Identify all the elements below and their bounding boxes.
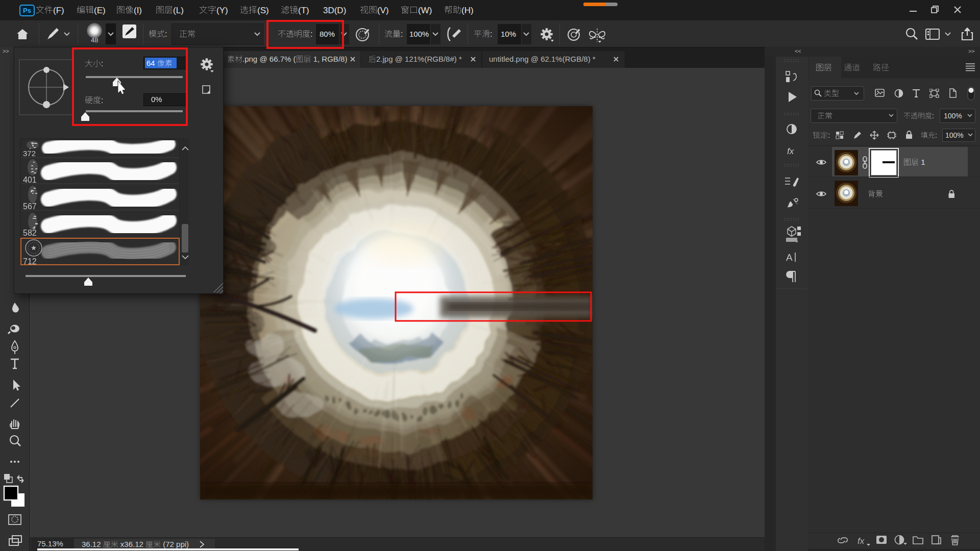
svg-text:<<: << [795,48,801,54]
svg-text:2.jpg @ 121%(RGB/8#) *: 2.jpg @ 121%(RGB/8#) * [376,55,462,63]
svg-text:x36.12: x36.12 [118,540,145,548]
svg-text:(F): (F) [53,6,64,15]
svg-text:(T): (T) [298,6,309,15]
svg-text:1: 1 [919,158,925,166]
svg-text::: : [490,30,492,38]
svg-text:(E): (E) [94,6,106,15]
svg-text:(W): (W) [418,6,432,15]
svg-text:36.12: 36.12 [82,540,103,548]
svg-text:(H): (H) [461,6,474,15]
svg-text:(V): (V) [377,6,389,15]
svg-text:10%: 10% [501,30,516,38]
svg-text:567: 567 [23,202,37,211]
svg-text:untitled.png @ 62.1%(RGB/8) *: untitled.png @ 62.1%(RGB/8) * [489,55,596,63]
svg-text:.png @ 66.7% (: .png @ 66.7% ( [242,55,296,63]
svg-text::: : [932,112,934,120]
svg-text:(I): (I) [134,6,142,15]
svg-text:(Y): (Y) [216,6,228,15]
svg-text::: : [935,131,937,139]
svg-text:372: 372 [23,149,36,158]
svg-text:(S): (S) [257,6,269,15]
svg-text:48: 48 [91,36,99,44]
svg-text::: : [828,131,830,139]
svg-text:100%: 100% [409,30,429,38]
svg-text:100%: 100% [944,112,962,120]
svg-text:582: 582 [23,229,37,237]
svg-text:(72 ppi): (72 ppi) [161,540,189,548]
svg-text:(L): (L) [173,6,184,15]
svg-text:401: 401 [23,176,37,184]
svg-text:3D(D): 3D(D) [323,6,346,15]
svg-text::: : [165,30,167,38]
svg-text:100%: 100% [945,131,964,139]
svg-text:>>: >> [968,48,975,54]
svg-text:75.13%: 75.13% [37,539,63,548]
svg-text:1, RGB/8): 1, RGB/8) [311,55,348,63]
svg-text:712: 712 [23,257,37,266]
svg-text::: : [401,30,403,38]
